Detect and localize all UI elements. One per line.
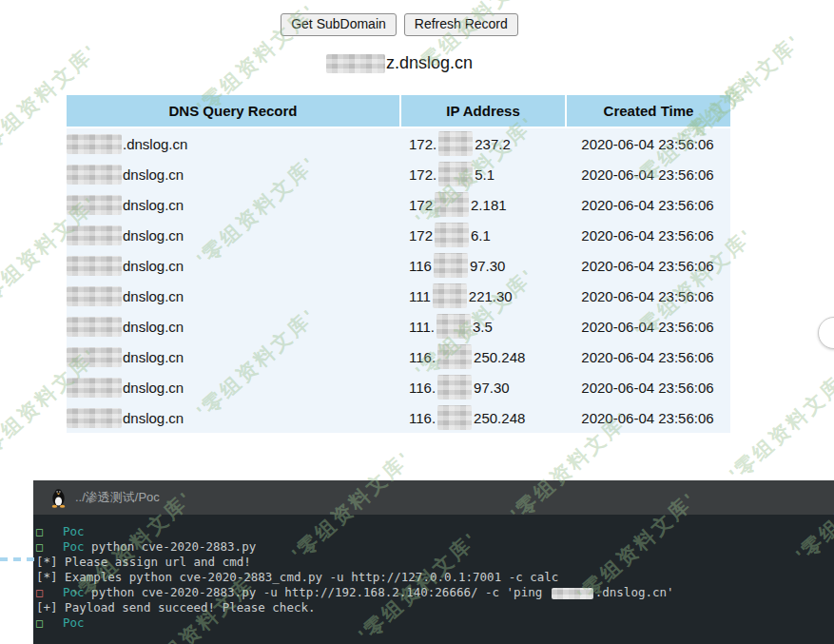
table-row: dnslog.cn1722.1812020-06-04 23:56:06 [67,189,730,220]
terminal-window: ../渗透测试/Poc □Poc□Poc python cve-2020-288… [33,480,834,644]
domain-suffix-text: dnslog.cn [123,288,184,304]
redacted-ip-octets [438,162,473,186]
prompt-status-icon: □ [36,615,48,631]
redacted-subdomain [67,225,122,245]
ip-suffix-text: 250.248 [474,349,525,365]
cell-ip-address: 1726.1 [399,223,565,247]
terminal-title: ../渗透测试/Poc [75,489,160,506]
redacted-ip-octets [437,405,472,430]
dnslog-page: '零组资料文库' '零组资料文库' '零组资料文库' '零组资料文库' '零组资… [0,0,834,644]
dns-record-table: DNS Query Record IP Address Created Time… [67,95,730,433]
ip-suffix-text: 5.1 [475,166,495,183]
table-row: dnslog.cn111221.302020-06-04 23:56:06 [67,281,730,311]
redacted-subdomain [67,378,122,398]
domain-suffix-text: z.dnslog.cn [386,53,473,72]
domain-suffix-text: dnslog.cn [123,258,184,274]
terminal-line: □Poc [36,615,834,631]
cell-dns-query-record: dnslog.cn [67,195,399,215]
domain-suffix-text: dnslog.cn [123,349,184,365]
ip-suffix-text: 221.30 [469,288,513,304]
domain-suffix-text: dnslog.cn [123,227,184,244]
cell-created-time: 2020-06-04 23:56:06 [565,349,730,365]
ip-prefix-text: 172 [409,227,433,244]
terminal-text-segment: .dnslog.cn' [595,585,674,599]
cell-dns-query-record: dnslog.cn [67,408,399,428]
ip-prefix-text: 116. [409,349,436,365]
cell-dns-query-record: dnslog.cn [67,286,399,306]
prompt-status-icon: □ [36,524,48,539]
table-row: .dnslog.cn172.237.22020-06-04 23:56:06 [67,128,730,159]
cell-ip-address: 172.5.1 [399,162,565,186]
cell-ip-address: 111.3.5 [399,314,565,339]
cell-ip-address: 1722.181 [399,192,565,217]
terminal-text-segment: Poc [63,539,85,554]
redacted-subdomain [67,165,122,185]
cell-dns-query-record: dnslog.cn [67,256,399,276]
ip-suffix-text: 97.30 [470,258,506,274]
terminal-lines[interactable]: □Poc□Poc python cve-2020-2883.py[*] Plea… [33,515,834,644]
ip-prefix-text: 116. [409,410,436,426]
refresh-record-button[interactable]: Refresh Record [404,13,518,36]
terminal-text-segment: Poc [63,615,85,630]
cell-ip-address: 116.97.30 [399,375,565,400]
ip-suffix-text: 6.1 [471,227,491,244]
prompt-status-icon: □ [36,539,48,555]
terminal-line: □Poc [36,524,834,539]
table-row: dnslog.cn116.250.2482020-06-04 23:56:06 [67,402,730,433]
cell-created-time: 2020-06-04 23:56:06 [565,410,730,426]
floating-side-widget[interactable] [818,317,834,349]
assigned-domain: z.dnslog.cn [0,53,799,73]
cell-created-time: 2020-06-04 23:56:06 [565,136,730,152]
table-row: dnslog.cn1726.12020-06-04 23:56:06 [67,220,730,250]
ip-suffix-text: 237.2 [475,136,511,152]
table-row: dnslog.cn111.3.52020-06-04 23:56:06 [67,311,730,342]
cell-ip-address: 172.237.2 [399,131,565,156]
terminal-text-segment: [*] Please assign url and cmd! [36,555,251,569]
ip-prefix-text: 111. [409,319,435,335]
cell-ip-address: 116.250.248 [399,344,565,369]
cell-dns-query-record: dnslog.cn [67,317,399,337]
redacted-ip-octets [433,283,467,308]
domain-suffix-text: dnslog.cn [123,166,184,183]
redacted-subdomain [67,134,122,154]
cell-dns-query-record: dnslog.cn [67,347,399,367]
cell-created-time: 2020-06-04 23:56:06 [565,380,730,396]
domain-suffix-text: dnslog.cn [123,197,184,213]
domain-suffix-text: dnslog.cn [123,380,184,396]
redacted-ip-octets [437,375,472,400]
terminal-text-segment: Poc [63,524,85,538]
cell-dns-query-record: dnslog.cn [67,378,399,398]
terminal-text-segment: Poc [63,585,85,599]
cell-ip-address: 11697.30 [399,253,565,278]
ip-suffix-text: 250.248 [474,410,525,426]
ip-suffix-text: 3.5 [473,319,493,335]
header-dns-query-record: DNS Query Record [67,95,399,127]
cell-created-time: 2020-06-04 23:56:06 [565,288,730,304]
get-subdomain-button[interactable]: Get SubDomain [281,13,397,36]
redacted-subdomain [67,256,122,276]
cell-created-time: 2020-06-04 23:56:06 [565,197,730,213]
table-row: dnslog.cn11697.302020-06-04 23:56:06 [67,250,730,281]
domain-suffix-text: .dnslog.cn [123,136,187,152]
terminal-text-segment: [+] Payload send succeed! Please check. [36,600,316,615]
redacted-ip-octets [435,192,469,217]
redacted-ip-octets [437,344,472,369]
terminal-text-segment: python cve-2020-2883.py -u http://192.16… [85,585,550,599]
header-created-time: Created Time [565,95,730,127]
redacted-subdomain [67,317,122,337]
terminal-line: [*] Please assign url and cmd! [36,555,834,570]
linux-tux-icon [50,488,67,508]
redacted-subdomain [67,286,122,306]
cell-dns-query-record: dnslog.cn [67,225,399,245]
ip-prefix-text: 116. [409,380,436,396]
terminal-line: [*] Examples python cve-2020-2883_cmd.py… [36,570,834,585]
ip-prefix-text: 111 [409,288,431,304]
table-row: dnslog.cn172.5.12020-06-04 23:56:06 [67,159,730,189]
table-row: dnslog.cn116.250.2482020-06-04 23:56:06 [67,342,730,372]
cell-ip-address: 116.250.248 [399,405,565,430]
header-ip-address: IP Address [399,95,565,127]
cell-dns-query-record: dnslog.cn [67,165,399,185]
terminal-text-segment: [*] Examples python cve-2020-2883_cmd.py… [36,570,558,584]
redacted-subdomain [67,408,122,428]
terminal-titlebar[interactable]: ../渗透测试/Poc [33,480,834,515]
